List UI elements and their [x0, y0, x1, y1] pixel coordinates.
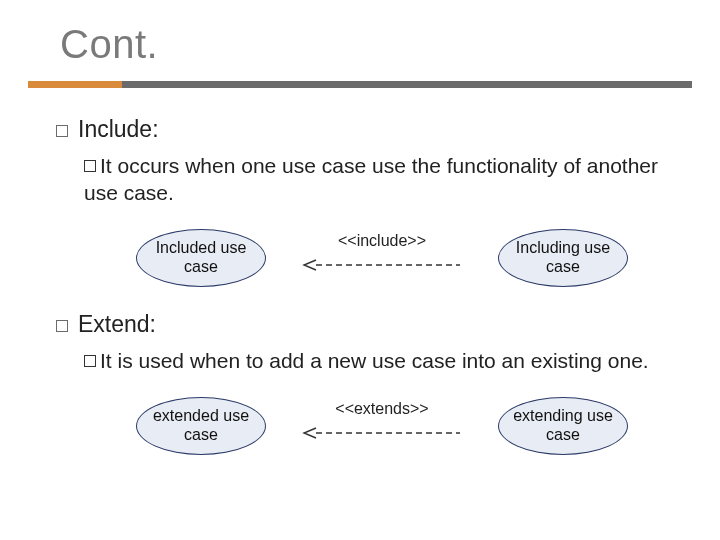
- body-prefix: It: [100, 154, 112, 177]
- content-area: Include: It occurs when one use case use…: [28, 88, 692, 455]
- title-rule: [28, 81, 692, 88]
- body-text: is used when to add a new use case into …: [112, 349, 649, 372]
- heading-text: Extend:: [78, 311, 156, 337]
- arrow: <<include>>: [302, 238, 462, 278]
- section-heading: Extend:: [56, 311, 692, 338]
- dashed-arrow-left-icon: [302, 258, 462, 272]
- section-body: It is used when to add a new use case in…: [84, 348, 684, 375]
- include-diagram: Included use case <<include>> Including …: [136, 229, 692, 287]
- checkbox-bullet-icon: [84, 355, 96, 367]
- body-text: occurs when one use case use the functio…: [84, 154, 658, 204]
- section-heading: Include:: [56, 116, 692, 143]
- section-include: Include: It occurs when one use case use…: [56, 116, 692, 287]
- heading-text: Include:: [78, 116, 159, 142]
- use-case-right: Including use case: [498, 229, 628, 287]
- use-case-left: extended use case: [136, 397, 266, 455]
- section-body: It occurs when one use case use the func…: [84, 153, 684, 207]
- slide-title: Cont.: [60, 22, 692, 67]
- arrow-label: <<extends>>: [302, 400, 462, 418]
- section-extend: Extend: It is used when to add a new use…: [56, 311, 692, 455]
- checkbox-bullet-icon: [84, 160, 96, 172]
- use-case-left: Included use case: [136, 229, 266, 287]
- arrow-label: <<include>>: [302, 232, 462, 250]
- square-bullet-icon: [56, 125, 68, 137]
- dashed-arrow-left-icon: [302, 426, 462, 440]
- extend-diagram: extended use case <<extends>> extending …: [136, 397, 692, 455]
- use-case-right: extending use case: [498, 397, 628, 455]
- square-bullet-icon: [56, 320, 68, 332]
- arrow: <<extends>>: [302, 406, 462, 446]
- slide: Cont. Include: It occurs when one use ca…: [0, 0, 720, 499]
- body-prefix: It: [100, 349, 112, 372]
